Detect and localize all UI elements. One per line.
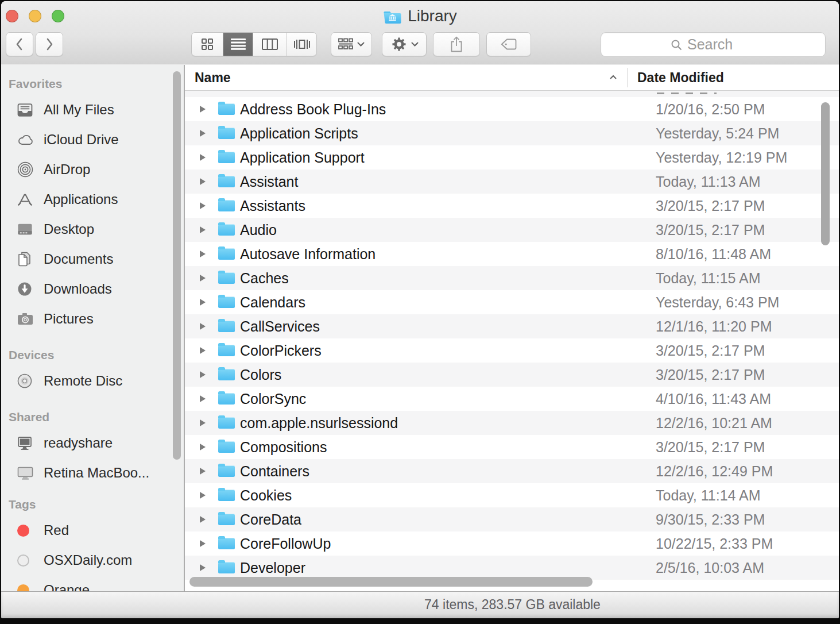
cover-flow-icon: [293, 38, 311, 50]
table-row[interactable]: Application SupportYesterday, 12:19 PM: [185, 145, 839, 170]
horizontal-scrollbar-thumb[interactable]: [189, 577, 593, 587]
list-view-button[interactable]: [223, 33, 253, 56]
item-date: 3/20/15, 2:17 PM: [656, 222, 765, 238]
sidebar-item-readyshare[interactable]: readyshare: [1, 428, 184, 458]
item-date: 3/20/15, 2:17 PM: [656, 367, 765, 383]
sidebar-item-icloud-drive[interactable]: iCloud Drive: [1, 125, 184, 155]
column-resize-handle[interactable]: [627, 68, 628, 87]
item-date: 3/20/15, 2:17 PM: [656, 342, 765, 359]
column-view-button[interactable]: [253, 33, 287, 56]
folder-icon: [218, 417, 235, 429]
search-field[interactable]: [601, 32, 826, 57]
item-name: ColorSync: [240, 391, 306, 407]
tag-button[interactable]: [486, 32, 531, 56]
table-row[interactable]: CalendarsYesterday, 6:43 PM: [185, 290, 839, 314]
disclosure-triangle-icon[interactable]: [200, 540, 206, 547]
table-row[interactable]: CallServices12/1/16, 11:20 PM: [185, 314, 839, 338]
arrange-button[interactable]: [331, 32, 372, 56]
disclosure-triangle-icon[interactable]: [200, 202, 206, 209]
table-row[interactable]: Compositions3/20/15, 2:17 PM: [185, 435, 839, 459]
table-row[interactable]: Assistants3/20/15, 2:17 PM: [185, 194, 839, 218]
file-list: Name Date Modified Address Book Plug-Ins…: [185, 65, 839, 592]
sidebar-item-pictures[interactable]: Pictures: [1, 304, 184, 334]
table-row[interactable]: Developer2/5/16, 10:03 AM: [185, 556, 839, 580]
disclosure-triangle-icon[interactable]: [200, 468, 206, 475]
disclosure-triangle-icon[interactable]: [200, 444, 206, 450]
item-date: 3/20/15, 2:17 PM: [656, 198, 765, 214]
folder-icon: [218, 369, 235, 380]
window-chrome: Library: [1, 1, 839, 64]
disclosure-triangle-icon[interactable]: [200, 516, 206, 523]
item-name: com.apple.nsurlsessiond: [240, 415, 398, 432]
item-date: Today, 11:13 AM: [656, 174, 761, 190]
sidebar-item-label: OSXDaily.com: [44, 552, 132, 568]
documents-icon: [17, 252, 37, 267]
disclosure-triangle-icon[interactable]: [200, 275, 206, 282]
disclosure-triangle-icon[interactable]: [200, 154, 206, 161]
disclosure-triangle-icon[interactable]: [200, 226, 206, 233]
sidebar-item-tag-red[interactable]: Red: [1, 515, 184, 545]
cover-flow-view-button[interactable]: [287, 33, 316, 56]
item-name: CoreData: [240, 511, 301, 528]
folder-icon: [218, 345, 235, 356]
disclosure-triangle-icon[interactable]: [200, 492, 206, 499]
table-row[interactable]: AssistantToday, 11:13 AM: [185, 170, 839, 194]
disclosure-triangle-icon[interactable]: [200, 371, 206, 378]
sidebar-item-airdrop[interactable]: AirDrop: [1, 155, 184, 184]
disclosure-triangle-icon[interactable]: [200, 106, 206, 113]
table-row[interactable]: CoreData9/30/15, 2:33 PM: [185, 507, 839, 531]
sidebar-item-downloads[interactable]: Downloads: [1, 274, 184, 304]
sidebar-item-retina-macbook[interactable]: Retina MacBoo...: [1, 458, 184, 488]
table-row[interactable]: CoreFollowUp10/22/15, 2:33 PM: [185, 531, 839, 556]
sidebar-item-applications[interactable]: Applications: [1, 184, 184, 214]
search-input[interactable]: [687, 36, 756, 53]
disclosure-triangle-icon[interactable]: [200, 251, 206, 257]
disclosure-triangle-icon[interactable]: [200, 347, 206, 354]
disclosure-triangle-icon[interactable]: [200, 419, 206, 426]
item-date: Today, 11:15 AM: [656, 270, 761, 287]
folder-icon: [218, 465, 235, 477]
sidebar-item-documents[interactable]: Documents: [1, 244, 184, 274]
disclosure-triangle-icon[interactable]: [200, 130, 206, 137]
sidebar-item-desktop[interactable]: Desktop: [1, 214, 184, 244]
icon-view-button[interactable]: [192, 33, 223, 56]
item-date: 2/5/16, 10:03 AM: [656, 560, 764, 576]
table-row[interactable]: Autosave Information8/10/16, 11:48 AM: [185, 242, 839, 266]
item-date: Today, 11:14 AM: [656, 487, 761, 504]
column-header-name[interactable]: Name: [195, 65, 231, 90]
back-button[interactable]: [6, 32, 33, 56]
item-name: CallServices: [240, 318, 320, 335]
sidebar-item-remote-disc[interactable]: Remote Disc: [1, 366, 184, 396]
disclosure-triangle-icon[interactable]: [200, 299, 206, 306]
folder-icon: [218, 176, 235, 187]
item-name: Assistants: [240, 198, 305, 214]
sidebar-scrollbar-thumb[interactable]: [173, 71, 181, 460]
table-row[interactable]: CachesToday, 11:15 AM: [185, 266, 839, 290]
column-header-date-modified[interactable]: Date Modified: [637, 65, 724, 90]
table-row[interactable]: ColorSync4/10/16, 11:43 AM: [185, 387, 839, 411]
sidebar-item-all-my-files[interactable]: All My Files: [1, 95, 184, 125]
table-row[interactable]: Audio3/20/15, 2:17 PM: [185, 218, 839, 242]
table-row[interactable]: com.apple.nsurlsessiond12/2/16, 10:21 AM: [185, 411, 839, 435]
item-name: Compositions: [240, 439, 327, 456]
table-row[interactable]: ColorPickers3/20/15, 2:17 PM: [185, 338, 839, 363]
table-row[interactable]: Containers12/2/16, 12:49 PM: [185, 459, 839, 483]
disclosure-triangle-icon[interactable]: [200, 395, 206, 402]
sidebar-item-tag-osxdaily[interactable]: OSXDaily.com: [1, 545, 184, 575]
item-name: Assistant: [240, 174, 298, 190]
vertical-scrollbar-thumb[interactable]: [821, 102, 830, 245]
table-row[interactable]: Address Book Plug-Ins1/20/16, 2:50 PM: [185, 97, 839, 121]
table-row[interactable]: Colors3/20/15, 2:17 PM: [185, 363, 839, 387]
disclosure-triangle-icon[interactable]: [200, 323, 206, 330]
table-row[interactable]: CookiesToday, 11:14 AM: [185, 483, 839, 507]
disclosure-triangle-icon[interactable]: [200, 564, 206, 571]
action-menu-button[interactable]: [382, 32, 427, 56]
item-date: 3/20/15, 2:17 PM: [656, 439, 765, 456]
table-row[interactable]: Application ScriptsYesterday, 5:24 PM: [185, 121, 839, 145]
disclosure-triangle-icon[interactable]: [200, 178, 206, 185]
gear-icon: [390, 36, 408, 53]
folder-icon: [218, 441, 235, 453]
share-button[interactable]: [433, 32, 480, 56]
forward-button[interactable]: [36, 32, 63, 56]
sidebar-section-favorites: Favorites: [1, 76, 184, 91]
